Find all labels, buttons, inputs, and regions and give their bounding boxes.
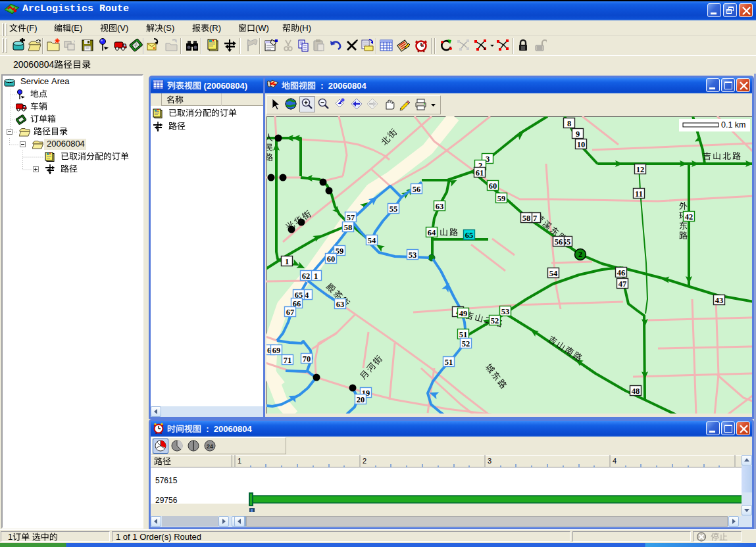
svg-text:60: 60	[327, 254, 336, 264]
svg-text:65: 65	[465, 231, 474, 240]
svg-text:57: 57	[347, 213, 355, 222]
svg-text:58: 58	[522, 214, 531, 223]
svg-text:1: 1	[8, 532, 13, 542]
svg-text:64: 64	[428, 228, 436, 237]
svg-text:63: 63	[436, 202, 444, 211]
svg-text:2: 2	[578, 250, 582, 259]
svg-text:(V): (V)	[117, 23, 128, 33]
svg-text:48: 48	[632, 387, 640, 396]
svg-text:69: 69	[272, 346, 281, 355]
svg-text:58: 58	[344, 223, 353, 232]
svg-text:11: 11	[635, 189, 643, 199]
svg-text:59: 59	[497, 194, 506, 203]
svg-text:53: 53	[409, 250, 417, 260]
svg-text:(20060804): (20060804)	[201, 81, 247, 91]
svg-text:57615: 57615	[155, 476, 178, 485]
svg-text:29756: 29756	[155, 496, 178, 505]
svg-text:0.1 km: 0.1 km	[721, 120, 746, 130]
svg-text:(R): (R)	[209, 23, 221, 33]
svg-text:54: 54	[368, 236, 376, 245]
svg-text:53: 53	[501, 307, 510, 316]
svg-text:20: 20	[357, 395, 365, 404]
svg-text:1: 1	[285, 257, 289, 266]
svg-text:4: 4	[305, 291, 309, 300]
svg-text:9: 9	[576, 130, 580, 139]
svg-text:42: 42	[685, 212, 693, 222]
svg-text:63: 63	[336, 300, 345, 309]
svg-text:49: 49	[459, 309, 468, 318]
svg-text:56: 56	[555, 237, 563, 247]
svg-text:51: 51	[445, 358, 453, 367]
svg-text:24: 24	[207, 443, 213, 450]
svg-text:2: 2	[363, 457, 366, 465]
svg-text:70: 70	[303, 354, 311, 364]
svg-text:71: 71	[284, 356, 292, 365]
svg-text:1: 1	[238, 457, 241, 465]
svg-text:51: 51	[459, 330, 468, 339]
svg-text:20060804: 20060804	[47, 139, 85, 149]
svg-text:(F): (F)	[26, 23, 38, 33]
svg-text:12: 12	[636, 165, 645, 174]
svg-text:43: 43	[715, 296, 724, 305]
svg-text:Service Area: Service Area	[20, 76, 70, 86]
svg-text:62: 62	[302, 272, 311, 281]
svg-text:7: 7	[533, 214, 537, 223]
svg-text:(H): (H)	[299, 23, 311, 33]
svg-text:1: 1	[314, 272, 318, 281]
svg-text:(S): (S)	[163, 23, 174, 33]
svg-text:3: 3	[488, 457, 491, 465]
svg-text:8: 8	[567, 119, 571, 128]
svg-text:56: 56	[413, 185, 421, 194]
svg-text:47: 47	[618, 279, 627, 289]
svg-text:54: 54	[549, 269, 558, 278]
svg-text:: 20060804: : 20060804	[316, 81, 366, 91]
svg-text:(E): (E)	[71, 23, 82, 33]
svg-text:10: 10	[577, 140, 586, 149]
svg-text:60: 60	[489, 181, 497, 191]
svg-text:4: 4	[613, 457, 617, 465]
svg-text:61: 61	[476, 168, 484, 178]
svg-text:67: 67	[286, 308, 295, 317]
svg-text:(W): (W)	[255, 23, 269, 33]
svg-text:20060804: 20060804	[13, 59, 55, 70]
svg-text:46: 46	[617, 268, 626, 277]
svg-text:52: 52	[491, 316, 499, 325]
svg-text:52: 52	[462, 339, 470, 348]
svg-text:55: 55	[390, 204, 398, 214]
svg-text:: 20060804: : 20060804	[201, 424, 252, 434]
